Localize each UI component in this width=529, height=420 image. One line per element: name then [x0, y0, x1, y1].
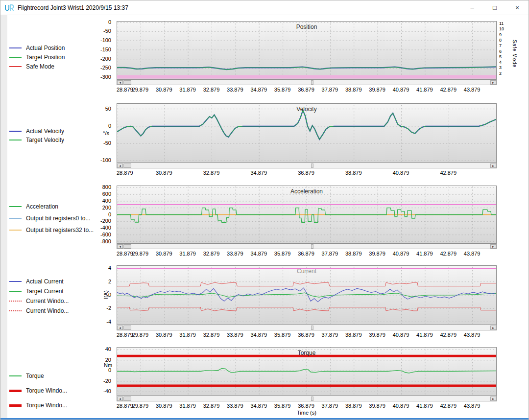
legend-item-target-position[interactable]: Target Position	[9, 54, 100, 61]
y-tick-label: 4	[108, 265, 111, 271]
x-tick-label: 37.879	[322, 403, 338, 409]
legend-item-safe-mode[interactable]: Safe Mode	[9, 63, 100, 70]
scrollbar-thumb[interactable]	[123, 80, 131, 85]
x-tick-label: 32.879	[203, 403, 220, 409]
legend-swatch	[9, 47, 22, 48]
position-x-axis-labels: 28.87929.87930.87931.87932.87933.87934.8…	[117, 86, 497, 93]
y-tick-label: 400	[102, 198, 111, 204]
velocity-x-axis-labels: 28.87930.87932.87934.87936.87938.87940.8…	[117, 169, 497, 177]
title-bar: Flightrecord Joint3 Wrist1 2020/9/15 13:…	[0, 0, 529, 15]
x-tick-label: 39.879	[369, 87, 385, 93]
x-tick-label: 40.879	[393, 170, 409, 176]
scrollbar-track[interactable]	[131, 244, 490, 249]
legend-item-output-bit-registers0-to[interactable]: Output bit registers0 to...	[9, 215, 100, 222]
position-plot-title: Position	[117, 23, 496, 30]
scrollbar-thumb[interactable]	[123, 397, 131, 401]
x-tick-label: 30.879	[156, 251, 172, 257]
current-h-scrollbar[interactable]: ◄ ►	[117, 325, 497, 330]
velocity-h-scrollbar[interactable]: ◄ ►	[117, 163, 497, 168]
y-tick-label: -50	[103, 140, 111, 146]
position-y-axis-labels: 0-50-100-150-200-250-300	[93, 21, 114, 80]
scrollbar-thumb[interactable]	[123, 244, 131, 249]
safe-mode-tick-label: 10	[499, 26, 504, 31]
acceleration-x-axis-labels: 28.87929.87930.87931.87932.87933.87934.8…	[117, 250, 497, 257]
velocity-section: Actual VelocityTarget Velocity °/s 500-5…	[0, 103, 529, 187]
x-tick-label: 30.879	[156, 170, 172, 176]
legend-label: Target Velocity	[26, 137, 64, 143]
y-tick-label: 800	[102, 184, 111, 190]
x-tick-label: 28.879	[117, 332, 133, 338]
legend-item-output-bit-registers32-to[interactable]: Output bit registers32 to...	[9, 227, 100, 233]
scrollbar-left-arrow[interactable]: ◄	[117, 80, 123, 85]
legend-item-actual-position[interactable]: Actual Position	[9, 45, 100, 51]
time-axis-title: Time (s)	[117, 410, 497, 416]
y-tick-label: -200	[100, 218, 111, 224]
x-tick-label: 34.879	[250, 87, 267, 93]
scrollbar-track[interactable]	[131, 397, 490, 401]
scrollbar-left-arrow[interactable]: ◄	[117, 326, 123, 330]
x-tick-label: 40.879	[393, 87, 409, 93]
legend-item-torque-windo[interactable]: Torque Windo...	[9, 387, 100, 394]
x-tick-label: 42.879	[440, 170, 457, 176]
legend-label: Safe Mode	[26, 63, 54, 70]
minimize-button[interactable]: –	[461, 0, 483, 15]
scrollbar-left-arrow[interactable]: ◄	[117, 397, 123, 401]
velocity-plot-title: Velocity	[117, 106, 496, 113]
legend-item-acceleration[interactable]: Acceleration	[9, 203, 100, 210]
maximize-button[interactable]: □	[483, 0, 506, 15]
torque-plot-area[interactable]: Torque	[117, 347, 497, 396]
legend-item-actual-current[interactable]: Actual Current	[9, 278, 100, 285]
legend-label: Target Current	[26, 288, 64, 295]
position-plot-area[interactable]: Position	[117, 21, 497, 80]
legend-swatch	[9, 131, 22, 132]
scrollbar-right-arrow[interactable]: ►	[490, 397, 496, 401]
y-tick-label: 50	[105, 106, 111, 112]
legend-swatch	[9, 230, 22, 231]
legend-item-torque-windo[interactable]: Torque Windo...	[9, 402, 100, 409]
legend-swatch	[9, 375, 22, 376]
acceleration-plot-area[interactable]: Acceleration	[117, 186, 497, 244]
scrollbar-left-arrow[interactable]: ◄	[117, 163, 123, 168]
x-tick-label: 31.879	[179, 251, 196, 257]
scrollbar-thumb[interactable]	[123, 326, 131, 330]
y-tick-label: -400	[100, 225, 111, 231]
velocity-legend: Actual VelocityTarget Velocity	[9, 128, 100, 143]
x-tick-label: 42.879	[440, 403, 457, 409]
legend-item-current-windo[interactable]: Current Windo...	[9, 307, 100, 314]
safe-mode-tick-label: 11	[499, 21, 504, 26]
scrollbar-right-arrow[interactable]: ►	[490, 244, 496, 249]
position-h-scrollbar[interactable]: ◄ ►	[117, 80, 497, 85]
x-tick-label: 30.879	[156, 403, 172, 409]
scrollbar-left-arrow[interactable]: ◄	[117, 244, 123, 249]
legend-label: Torque Windo...	[26, 402, 67, 409]
x-tick-label: 29.879	[132, 332, 149, 338]
current-plot-area[interactable]: Current	[117, 265, 497, 325]
torque-plot-title: Torque	[117, 350, 496, 356]
close-button[interactable]: ×	[506, 0, 529, 15]
scrollbar-track[interactable]	[131, 163, 490, 168]
scrollbar-right-arrow[interactable]: ►	[490, 326, 496, 330]
velocity-plot-area[interactable]: Velocity	[117, 103, 497, 163]
x-tick-label: 41.879	[416, 403, 433, 409]
x-tick-label: 40.879	[393, 403, 409, 409]
y-tick-label: 200	[102, 205, 111, 210]
y-tick-label: -20	[103, 378, 111, 384]
legend-item-target-velocity[interactable]: Target Velocity	[9, 137, 100, 143]
y-tick-label: -250	[100, 65, 111, 70]
scrollbar-track[interactable]	[131, 80, 490, 85]
legend-item-torque[interactable]: Torque	[9, 373, 100, 379]
legend-item-current-windo[interactable]: Current Windo...	[9, 298, 100, 304]
legend-item-actual-velocity[interactable]: Actual Velocity	[9, 128, 100, 135]
scrollbar-track[interactable]	[131, 326, 490, 330]
safe-mode-tick-label: 9	[499, 32, 502, 37]
legend-item-target-current[interactable]: Target Current	[9, 288, 100, 295]
acceleration-h-scrollbar[interactable]: ◄ ►	[117, 244, 497, 249]
scrollbar-right-arrow[interactable]: ►	[490, 80, 496, 85]
current-plot-canvas	[117, 266, 496, 325]
torque-h-scrollbar[interactable]: ◄ ►	[117, 396, 497, 401]
scrollbar-thumb[interactable]	[123, 163, 131, 168]
x-tick-label: 34.879	[250, 332, 267, 338]
x-tick-label: 39.879	[369, 403, 385, 409]
scrollbar-right-arrow[interactable]: ►	[490, 163, 496, 168]
x-tick-label: 35.879	[274, 332, 291, 338]
